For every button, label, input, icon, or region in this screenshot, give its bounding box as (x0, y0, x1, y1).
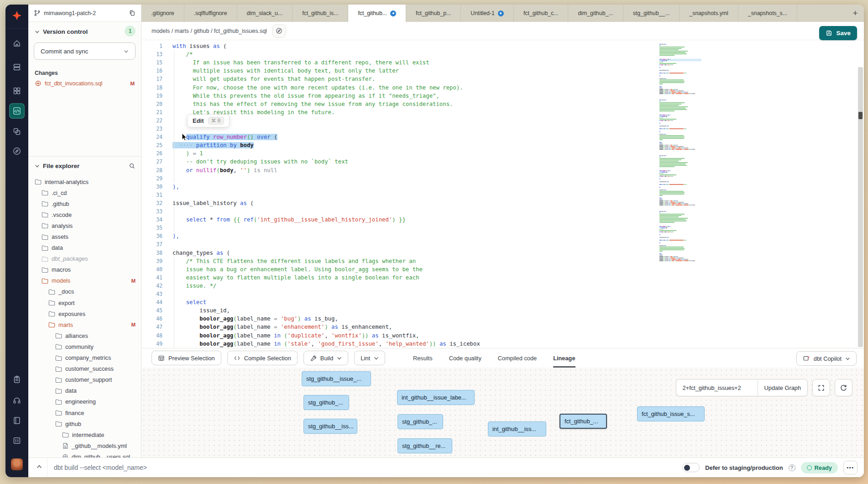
code-line-20[interactable]: 20 this has the effect of removing the n… (141, 100, 814, 108)
code-line-17[interactable]: 17 will get updates for events that happ… (141, 75, 814, 83)
lineage-node-stg_github_[interactable]: stg_github_... (303, 395, 349, 410)
code-line-43[interactable]: 43 (141, 290, 814, 298)
tree-item-engineering[interactable]: engineering (28, 396, 141, 407)
update-graph-button[interactable]: Update Graph (758, 379, 807, 396)
code-line-41[interactable]: 41 easiest way to flatten multiple label… (141, 274, 814, 282)
code-line-23[interactable]: 23 (141, 125, 814, 133)
code-line-37[interactable]: 37 (141, 240, 814, 248)
code-line-36[interactable]: 36), (141, 232, 814, 240)
dashboard-icon[interactable] (9, 83, 25, 99)
code-line-21[interactable]: 21 Let's revisit this modeling in the fu… (141, 108, 814, 116)
editor-tab-fct_github_p...[interactable]: fct_github_p... (406, 5, 461, 22)
lineage-node-fct_github_[interactable]: fct_github_... (559, 414, 607, 429)
panel-tab-compiled-code[interactable]: Compiled code (498, 348, 537, 368)
clipboard-icon[interactable] (9, 372, 25, 387)
save-button[interactable]: Save (819, 26, 857, 40)
tree-item-dbt_packages[interactable]: dbt_packages (28, 253, 141, 264)
compile-selection-button[interactable]: Compile Selection (227, 351, 298, 365)
refresh-button[interactable] (835, 379, 852, 396)
tree-item-_github__models.yml[interactable]: _github__models.yml (28, 440, 141, 451)
panel-tab-code-quality[interactable]: Code quality (449, 348, 481, 368)
status-ready-badge[interactable]: Ready (801, 462, 838, 473)
lineage-panel[interactable]: stg_github__issue_...stg_github_...stg_g… (141, 368, 864, 458)
code-line-25[interactable]: 25 ···· partition by body (141, 141, 814, 149)
code-line-29[interactable]: 29 (141, 174, 814, 183)
editor-tab-_snapshots.yml[interactable]: _snapshots.yml (680, 5, 738, 22)
tree-item-dim_github__users.sql[interactable]: dim_github__users.sql (28, 451, 141, 458)
editor-tab-Untitled-1[interactable]: Untitled-1 (461, 5, 514, 22)
code-line-18[interactable]: 18 For now, choose the one with more rec… (141, 84, 814, 92)
tree-item-customer_support[interactable]: customer_support (28, 374, 141, 385)
tree-item-.ci_cd[interactable]: .ci_cd (28, 187, 141, 198)
code-line-42[interactable]: 42 issue. */ (141, 282, 814, 290)
lint-button[interactable]: Lint (354, 351, 385, 365)
lineage-node-stg_github__iss[interactable]: stg_github__iss... (303, 419, 357, 434)
lineage-node-stg_github__issue_[interactable]: stg_github__issue_... (302, 371, 371, 386)
command-input[interactable] (54, 458, 346, 477)
tree-item-macros[interactable]: macros (28, 264, 141, 275)
code-line-34[interactable]: 34 select * from {{ ref('int_github__iss… (141, 216, 814, 224)
support-headset-icon[interactable] (9, 393, 25, 408)
editor-scrollbar[interactable] (858, 67, 863, 347)
editor-tab-fct_github...[interactable]: fct_github... (348, 5, 406, 22)
editor-tab-stg_github__...[interactable]: stg_github__... (623, 5, 680, 22)
dbt-logo[interactable] (9, 8, 25, 23)
editor-tab-fct_github_is...[interactable]: fct_github_is... (293, 5, 348, 22)
preview-selection-button[interactable]: Preview Selection (152, 351, 221, 365)
code-line-22[interactable]: 22 (141, 116, 814, 125)
editor-tab-dim_github_...[interactable]: dim_github_... (568, 5, 623, 22)
develop-ide-icon[interactable] (9, 103, 25, 119)
scrollbar-thumb[interactable] (858, 112, 863, 119)
search-icon[interactable] (129, 163, 136, 169)
code-line-39[interactable]: 39 /* This CTE flattens the different is… (141, 257, 814, 265)
code-line-47[interactable]: 47 boolor_agg(label_name = 'enhancement'… (141, 323, 814, 331)
code-line-40[interactable]: 40 issue has a bug or enhancement label.… (141, 265, 814, 274)
lineage-selector-input[interactable] (676, 379, 758, 396)
editor-tab-_snapshots_s...[interactable]: _snapshots_s... (738, 5, 797, 22)
panel-tab-lineage[interactable]: Lineage (553, 348, 575, 368)
tree-item-assets[interactable]: assets (28, 231, 141, 242)
lineage-node-int_github__issue_labe[interactable]: int_github__issue_labe... (397, 390, 475, 405)
editor-tab-.gitignore[interactable]: .gitignore (141, 5, 184, 22)
lineage-node-fct_github_issue_s[interactable]: fct_github_issue_s... (637, 406, 705, 421)
tree-item-finance[interactable]: finance (28, 407, 141, 418)
tree-item-.github[interactable]: .github (28, 198, 141, 209)
explore-file-button[interactable] (272, 24, 286, 38)
code-editor[interactable]: 1with issues as (13 /*15 If an issue has… (141, 40, 864, 348)
edit-tooltip[interactable]: Edit ⌘ B (187, 114, 230, 127)
code-line-13[interactable]: 13 /* (141, 50, 814, 58)
lineage-node-stg_github__re[interactable]: stg_github__re... (397, 438, 452, 453)
docs-book-icon[interactable] (9, 413, 25, 428)
commit-and-sync-button[interactable]: Commit and sync (34, 42, 136, 60)
compare-icon[interactable] (9, 124, 25, 139)
code-line-38[interactable]: 38change_types as ( (141, 249, 814, 257)
new-tab-button[interactable]: + (847, 5, 864, 22)
tree-item-data[interactable]: data (28, 385, 141, 396)
editor-tab-fct_github_c...[interactable]: fct_github_c... (514, 5, 569, 22)
build-button[interactable]: Build (303, 351, 348, 365)
code-line-24[interactable]: 24 qualify row_number() over ( (141, 133, 814, 141)
notifications-panel-icon[interactable] (9, 433, 25, 448)
user-avatar[interactable] (9, 457, 25, 472)
code-line-48[interactable]: 48 boolor_agg(label_name in ('duplicate'… (141, 331, 814, 340)
tree-item-github[interactable]: github (28, 418, 141, 429)
explore-compass-icon[interactable] (9, 143, 25, 159)
dbt-copilot-button[interactable]: dbt Copilot (796, 351, 857, 366)
home-icon[interactable] (9, 36, 25, 51)
code-line-27[interactable]: 27 -- don't try deduping issues with no … (141, 158, 814, 166)
tree-item-marts[interactable]: martsM (28, 319, 141, 330)
tree-item-intermediate[interactable]: intermediate (28, 429, 141, 440)
code-line-26[interactable]: 26 ) = 1 (141, 149, 814, 158)
code-line-35[interactable]: 35 (141, 224, 814, 232)
tree-item-models[interactable]: modelsM (28, 275, 141, 286)
code-line-16[interactable]: 16 multiple issues with identical body t… (141, 67, 814, 75)
code-line-49[interactable]: 49 boolor_agg(label_name in ('stale', 'g… (141, 340, 814, 348)
tree-item-company_metrics[interactable]: company_metrics (28, 352, 141, 363)
tree-item-_docs[interactable]: _docs (28, 286, 141, 297)
lineage-node-int_github__iss[interactable]: int_github__iss... (488, 421, 546, 437)
tree-item-internal-analytics[interactable]: internal-analytics (28, 176, 141, 187)
tree-item-exposures[interactable]: exposures (28, 308, 141, 319)
changed-file-row[interactable]: fct_dbt_invocations.sql M (35, 80, 135, 87)
version-control-header[interactable]: Version control 1 (28, 28, 141, 35)
more-options-button[interactable]: ••• (843, 461, 858, 474)
